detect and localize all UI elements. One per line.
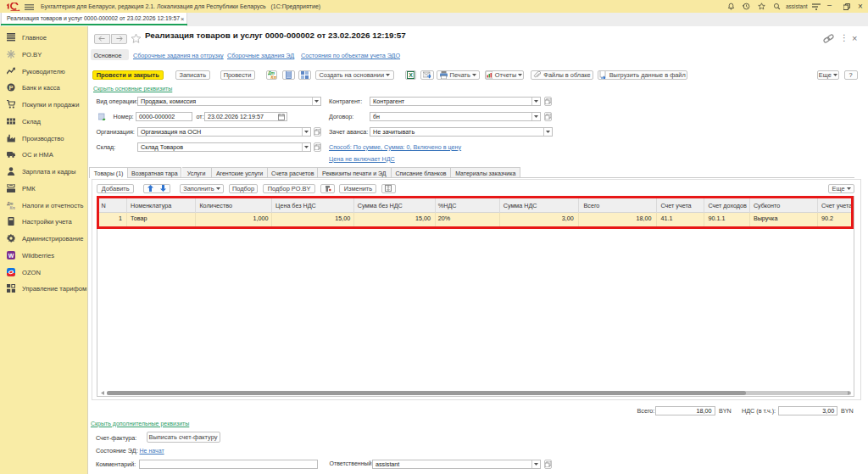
svg-text:Кт: Кт — [9, 205, 15, 209]
svg-text:P: P — [8, 84, 13, 92]
svg-text:W: W — [8, 252, 14, 258]
svg-text:X: X — [409, 72, 413, 78]
svg-text:Кт: Кт — [270, 75, 275, 79]
